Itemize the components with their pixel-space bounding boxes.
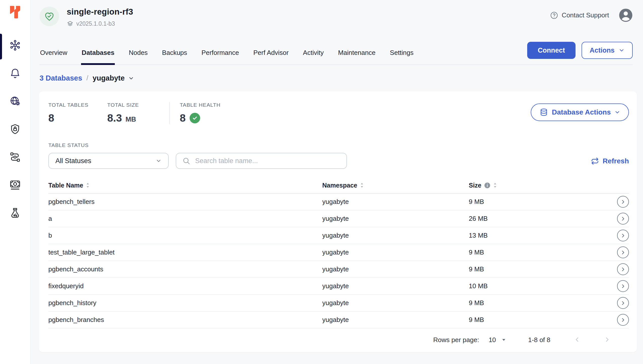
stat-total-tables-value: 8 [48,112,107,124]
sort-icon[interactable] [86,182,90,188]
chevron-right-icon [620,233,626,239]
contact-support-link[interactable]: Contact Support [550,11,609,20]
alerts-bell-icon[interactable] [9,67,21,79]
cell-table-name: pgbench_accounts [48,265,322,273]
tab-actions: Connect Actions [527,42,633,59]
tables-card: TOTAL TABLES 8 TOTAL SIZE 8.3 MB TABLE H… [39,91,637,352]
breadcrumb: 3 Databases / yugabyte [40,74,633,82]
database-actions-button[interactable]: Database Actions [531,103,629,121]
chevron-right-icon [620,266,626,272]
chevron-down-icon [128,75,134,81]
column-header-table-name[interactable]: Table Name [48,182,322,189]
row-open-button[interactable] [617,280,629,292]
row-open-button[interactable] [617,263,629,275]
row-open-button[interactable] [617,246,629,258]
cell-size: 26 MB [469,215,615,223]
chevron-right-icon [620,283,626,289]
table-row[interactable]: test_table_large_tablet yugabyte 9 MB [48,244,629,261]
row-open-button[interactable] [617,196,629,208]
regions-globe-gear-icon[interactable] [9,95,21,107]
row-open-button[interactable] [617,314,629,326]
column-header-namespace[interactable]: Namespace [322,182,469,189]
table-row[interactable]: pgbench_history yugabyte 9 MB [48,295,629,312]
database-selector[interactable]: yugabyte [93,74,134,82]
table-status-select[interactable]: All Statuses [48,153,169,169]
topbar: single-region-rf3 v2025.1.0.1-b3 [30,0,643,37]
tab-maintenance[interactable]: Maintenance [338,49,376,64]
yugabyte-logo-icon[interactable] [8,5,22,20]
version-label: v2025.1.0.1-b3 [76,20,115,27]
next-page-button[interactable] [604,336,611,344]
cluster-title-block: single-region-rf3 v2025.1.0.1-b3 [67,5,133,27]
stat-table-health-value: 8 [180,112,186,124]
breadcrumb-databases-link[interactable]: 3 Databases [40,74,82,82]
connect-button[interactable]: Connect [527,42,576,59]
cell-namespace: yugabyte [322,198,469,206]
chevron-right-icon [620,216,626,222]
tab-overview[interactable]: Overview [40,49,68,64]
rows-per-page-value: 10 [489,336,496,344]
stat-total-size-value: 8.3 [107,112,122,124]
cluster-nav-icon[interactable] [9,39,21,51]
table-row[interactable]: pgbench_branches yugabyte 9 MB [48,312,629,329]
help-question-icon [550,11,558,20]
topbar-right: Contact Support [550,8,633,22]
contact-support-label: Contact Support [562,11,609,19]
table-row[interactable]: pgbench_accounts yugabyte 9 MB [48,261,629,278]
table-row[interactable]: a yugabyte 26 MB [48,210,629,227]
cell-table-name: pgbench_branches [48,316,322,324]
stats-divider [169,102,170,124]
cell-namespace: yugabyte [322,232,469,239]
tab-backups[interactable]: Backups [162,49,188,64]
chevron-right-icon [620,199,626,205]
refresh-button[interactable]: Refresh [591,157,629,165]
security-shield-lock-icon[interactable] [9,123,21,135]
automation-flow-icon[interactable] [9,151,21,163]
layers-icon [67,20,74,27]
cell-table-name: b [48,232,322,239]
actions-button[interactable]: Actions [582,42,633,59]
cell-size: 9 MB [469,198,615,206]
labs-flask-icon[interactable] [9,207,21,219]
cell-namespace: yugabyte [322,215,469,223]
database-actions-label: Database Actions [552,108,611,116]
chevron-right-icon [604,336,611,343]
stat-total-size: TOTAL SIZE 8.3 MB [107,102,169,124]
search-input[interactable] [195,157,340,165]
table-row[interactable]: b yugabyte 13 MB [48,227,629,244]
tab-performance[interactable]: Performance [201,49,239,64]
stat-total-size-label: TOTAL SIZE [107,102,169,108]
sidebar [0,0,30,364]
row-open-button[interactable] [617,230,629,241]
chevron-down-icon [619,47,625,53]
row-open-button[interactable] [617,297,629,309]
row-open-button[interactable] [617,213,629,225]
app-screen: single-region-rf3 v2025.1.0.1-b3 [0,0,643,364]
column-header-size[interactable]: Size [469,182,615,189]
cell-size: 9 MB [469,316,615,324]
table-search [176,153,347,169]
sort-icon[interactable] [360,182,364,188]
sort-icon[interactable] [493,182,497,188]
actions-button-label: Actions [590,47,615,54]
chevron-down-icon [156,158,162,164]
sidebar-nav [0,39,30,219]
rows-per-page-select[interactable]: 10 [489,336,507,344]
tab-activity[interactable]: Activity [302,49,324,64]
refresh-icon [591,157,599,165]
table-row[interactable]: pgbench_tellers yugabyte 9 MB [48,194,629,210]
cell-table-name: a [48,215,322,223]
user-avatar[interactable] [619,8,633,22]
tab-settings[interactable]: Settings [389,49,414,64]
previous-page-button[interactable] [574,336,581,344]
tab-perf-advisor[interactable]: Perf Advisor [253,49,289,64]
stats: TOTAL TABLES 8 TOTAL SIZE 8.3 MB TABLE H… [48,102,221,124]
tab-databases[interactable]: Databases [81,49,115,64]
cost-banknote-icon[interactable] [9,179,21,191]
search-icon [182,157,190,165]
table-row[interactable]: fixedqueryid yugabyte 10 MB [48,278,629,295]
stat-table-health: TABLE HEALTH 8 [180,102,221,124]
chevron-right-icon [620,300,626,306]
tab-nodes[interactable]: Nodes [128,49,148,64]
info-icon[interactable] [484,182,490,189]
